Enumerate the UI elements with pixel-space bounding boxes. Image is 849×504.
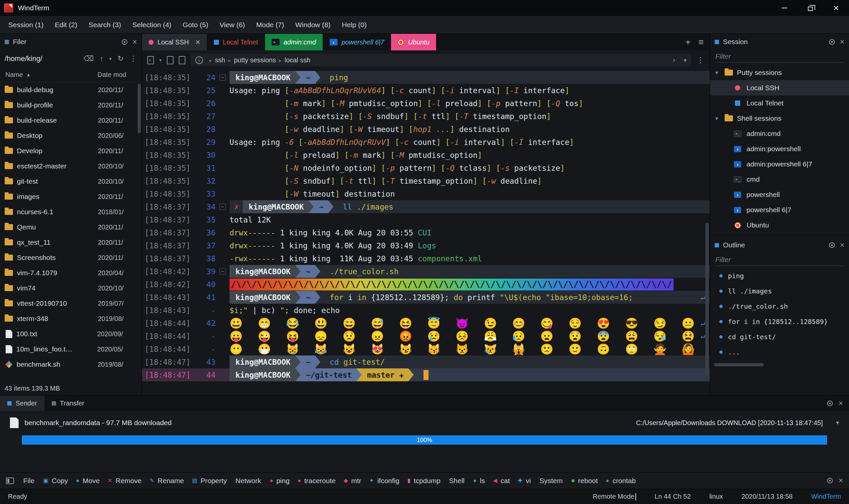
session-group[interactable]: ▾Putty sessions [710,65,849,80]
breadcrumb-item[interactable]: putty sessions [234,56,276,64]
terminal-line[interactable]: [18:48:35]25Usage: ping [-aAbBdDfhLnOqrR… [142,84,710,97]
file-row[interactable]: esctest2-master2020/10/ [0,159,142,174]
session-item[interactable]: cmd [710,172,849,187]
minimize-button[interactable] [771,0,797,16]
new-tab-icon[interactable]: + [685,37,690,48]
terminal-line[interactable]: [18:48:44]-😛 😜 😝 😞 😟 😠 😡 😢 😣 😤 😥 😦 😧 😨 😩… [142,329,710,343]
file-row[interactable]: Develop2020/11/ [0,143,142,159]
terminal-line[interactable]: [18:48:35]31 [-N nodeinfo_option] [-p pa… [142,161,710,175]
status-mode[interactable]: Remote Mode [593,493,636,500]
tab-ubuntu[interactable]: Ubuntu [391,34,436,50]
tab-close-icon[interactable]: × [196,37,200,47]
terminal-body[interactable]: [18:48:35]24−king@MACBOOK~ping[18:48:35]… [142,70,710,395]
menu-item-session[interactable]: Session (1) [3,16,49,34]
file-row[interactable]: build-release2020/11/ [0,113,142,128]
pin-icon[interactable] [122,39,127,45]
toolbar-item-move[interactable]: ●Move [72,477,104,485]
terminal-line[interactable]: [18:48:35]24−king@MACBOOK~ping [142,71,710,84]
terminal-line[interactable]: [18:48:35]26 [-m mark] [-M pmtudisc_opti… [142,97,710,110]
file-row[interactable]: images2020/11/ [0,189,142,204]
menu-item-mode[interactable]: Mode (7) [251,16,290,34]
gear-icon[interactable] [829,39,835,45]
terminal-line[interactable]: [18:48:43]-$i;" | bc) "; done; echo [142,304,710,317]
file-row[interactable]: ncurses-6.12018/01/ [0,204,142,219]
transfer-dropdown-icon[interactable]: ▾ [836,419,839,427]
close-panel-icon[interactable]: × [839,476,843,485]
chevron-down-icon[interactable]: ▾ [109,56,112,61]
current-path[interactable]: /home/king/ [5,54,77,63]
restore-button[interactable] [797,0,823,16]
tab-powershell-6-7[interactable]: powershell 6|7 [323,34,391,50]
terminal-line[interactable]: [18:48:47]44king@MACBOOK~/git-testmaster… [142,368,710,381]
toolbar-item-copy[interactable]: ▣Copy [39,477,72,485]
terminal-line[interactable]: [18:48:35]27 [-s packetsize] [-S sndbuf]… [142,110,710,123]
transfer-tab-sender[interactable]: Sender [0,396,44,411]
status-cursor-position[interactable]: Ln 44 Ch 52 [655,493,691,500]
terminal-line[interactable]: [18:48:44]-😶 😷 😸 😹 😺 😻 😼 😽 😾 😿 🙀 🙁 🙂 🙃 🙄… [142,343,710,356]
breadcrumb-item[interactable]: local ssh [285,56,310,64]
terminal-line[interactable]: [18:48:35]33 [-W timeout] destination [142,187,710,200]
outline-item[interactable]: ... [710,344,849,360]
close-button[interactable]: × [823,0,849,16]
file-row[interactable]: 10m_lines_foo.t…2020/05/ [0,342,142,357]
close-panel-icon[interactable]: × [839,399,843,408]
breadcrumb-item[interactable]: ssh [215,56,225,64]
new-session-dropdown-icon[interactable]: ▾ [159,57,162,63]
session-item[interactable]: powershell [710,187,849,202]
outline-item[interactable]: ping [710,268,849,284]
terminal-line[interactable]: [18:48:43]41king@MACBOOK~for i in {12851… [142,291,710,304]
file-row[interactable]: qx_test_112020/11/ [0,235,142,250]
toolbar-item-vi[interactable]: ✚vi [514,477,535,485]
go-icon[interactable]: › [673,56,675,64]
terminal-line[interactable]: [18:48:35]32 [-S sndbuf] [-t ttl] [-T ti… [142,175,710,187]
toolbar-item-tcpdump[interactable]: ▮tcpdump [403,477,445,485]
file-row[interactable]: vttest-201907102019/07/ [0,296,142,311]
toolbar-item-cat[interactable]: ◀cat [489,477,514,485]
toolbar-item-shell[interactable]: Shell [445,477,469,485]
terminal-scrollbar[interactable] [705,223,709,376]
file-row[interactable]: vim-7.4.10792020/04/ [0,265,142,281]
session-group[interactable]: ▾Shell sessions [710,111,849,126]
toolbar-item-mtr[interactable]: ◆mtr [340,477,365,485]
tab-local-ssh[interactable]: Local SSH× [142,34,207,50]
column-header-name[interactable]: Name ▲ [5,71,97,78]
terminal-line[interactable]: [18:48:37]36drwx------ 1 king king 4.0K … [142,226,710,239]
transfer-item[interactable]: benchmark_randomdata - 97.7 MB downloade… [10,417,839,428]
duplicate-session-icon[interactable] [167,56,174,64]
outline-item[interactable]: ./true_color.sh [710,299,849,314]
toolbar-item-rename[interactable]: ✎Rename [146,477,188,485]
outline-item[interactable]: for i in {128512..128589} [710,314,849,329]
menu-item-window[interactable]: Window (8) [290,16,336,34]
toolbar-item-crontab[interactable]: ●crontab [602,477,640,485]
terminal-line[interactable]: [18:48:37]37drwx------ 1 king king 4.0K … [142,239,710,252]
outline-item[interactable]: ll ./images [710,284,849,299]
gear-icon[interactable] [827,478,833,483]
gear-icon[interactable] [829,242,835,248]
menu-item-edit[interactable]: Edit (2) [49,16,83,34]
toolbar-item-remove[interactable]: ✕Remove [104,477,146,485]
outline-item[interactable]: cd git-test/ [710,329,849,344]
toolbar-item-file[interactable]: File [19,477,39,485]
session-item[interactable]: Local Telnet [710,95,849,111]
toolbar-item-system[interactable]: System [535,477,567,485]
terminal-line[interactable]: [18:48:35]30 [-l preload] [-m mark] [-M … [142,148,710,161]
new-session-icon[interactable] [147,56,154,64]
toolbar-item-ls[interactable]: ●ls [469,477,489,485]
file-row[interactable]: 100.txt2020/09/ [0,326,142,342]
file-row[interactable]: benchmark.sh2019/08/ [0,357,142,372]
terminal-line[interactable]: [18:48:42]40/\/\/\/\/\/\/\/\/\/\/\/\/\/\… [142,278,710,291]
tab-admin-cmd[interactable]: admin:cmd [265,34,323,50]
panel-toggle-icon[interactable] [6,478,14,484]
session-filter-input[interactable]: Filter [715,52,844,63]
session-item[interactable]: powershell 6|7 [710,202,849,217]
status-datetime[interactable]: 2020/11/13 18:58 [742,493,793,500]
close-panel-icon[interactable]: × [840,37,844,47]
transfer-tab-transfer[interactable]: Transfer [44,396,92,411]
address-bar[interactable]: i ▸ssh▸putty sessions▸local ssh › ▾ [191,54,691,66]
menu-item-view[interactable]: View (6) [214,16,251,34]
menu-item-search[interactable]: Search (3) [83,16,127,34]
terminal-line[interactable]: [18:48:44]42😀 😁 😂 😃 😄 😅 😆 😇 😈 😉 😊 😋 😌 😍 … [142,317,710,329]
fold-marker-icon[interactable]: − [219,268,226,274]
terminal-line[interactable]: [18:48:42]39−king@MACBOOK~./true_color.s… [142,265,710,278]
file-row[interactable]: xterm-3482019/08/ [0,311,142,326]
